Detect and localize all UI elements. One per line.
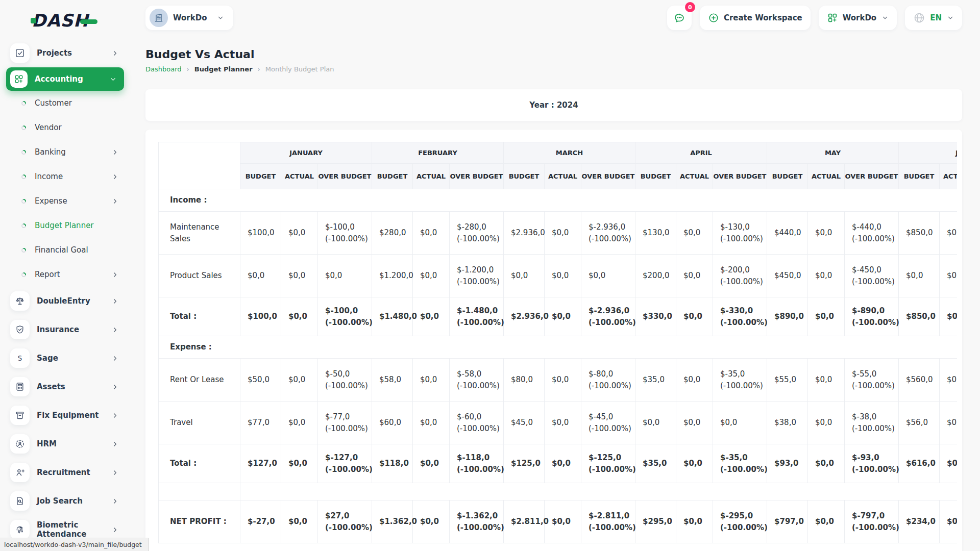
language-code: EN [930, 13, 942, 22]
month-header-february: FEBRUARY [372, 142, 504, 164]
sub-header-march-over-budget: OVER BUDGET [581, 164, 635, 189]
value-cell: $0,0 [281, 500, 318, 543]
workspace-selector[interactable]: WorkDo [145, 6, 233, 30]
value-cell: $-35,0 (-100.00%) [713, 359, 767, 402]
value-cell: $0,0 [635, 402, 676, 444]
value-cell: $0,0 [940, 359, 957, 402]
value-cell: $-55,0 (-100.00%) [845, 359, 899, 402]
value-cell: $200,0 [635, 255, 676, 297]
sidebar-item-customer[interactable]: Customer [0, 91, 130, 115]
sidebar-item-financial-goal[interactable]: Financial Goal [0, 238, 130, 262]
value-cell: $-295,0 (-100.00%) [713, 500, 767, 543]
sidebar-item-accounting[interactable]: Accounting [6, 67, 124, 91]
value-cell: $0,0 [545, 212, 581, 255]
value-cell: $-1.362,0 (-100.00%) [450, 500, 504, 543]
row-label: Rent Or Lease [159, 359, 240, 402]
sidebar-item-budget-planner[interactable]: Budget Planner [0, 213, 130, 238]
sidebar-item-assets[interactable]: Assets [0, 372, 130, 401]
value-cell: $-2.936,0 (-100.00%) [581, 297, 635, 336]
row-label: Total : [159, 444, 240, 483]
sidebar-item-label: Expense [35, 196, 67, 206]
value-cell: $38,0 [767, 402, 808, 444]
budget-table-scroll-area[interactable]: JANUARYFEBRUARYMARCHAPRILMAYJUNEBUDGETAC… [158, 142, 957, 543]
language-dropdown[interactable]: EN [905, 6, 962, 30]
value-cell: $0,0 [545, 500, 581, 543]
table-row-total: Total :$100,0$0,0$-100,0 (-100.00%)$1.48… [159, 297, 958, 336]
breadcrumb-dashboard-link[interactable]: Dashboard [145, 65, 182, 73]
year-label: Year : 2024 [529, 101, 578, 110]
value-cell: $118,0 [372, 444, 413, 483]
value-cell: $27,0 (-100.00%) [318, 500, 372, 543]
sidebar-item-label: Vendor [35, 123, 62, 132]
sub-header-april-budget: BUDGET [635, 164, 676, 189]
page-title: Budget Vs Actual [145, 48, 962, 61]
value-cell: $0,0 [940, 255, 957, 297]
value-cell: $0,0 [676, 444, 713, 483]
plus-circle-icon [708, 12, 719, 23]
breadcrumb-budget-planner[interactable]: Budget Planner [194, 65, 253, 73]
sage-s-icon: S [10, 348, 30, 368]
value-cell: $-60,0 (-100.00%) [450, 402, 504, 444]
chevron-down-icon [947, 14, 954, 21]
value-cell: $35,0 [635, 444, 676, 483]
sidebar-item-fix-equipment[interactable]: Fix Equipment [0, 401, 130, 430]
value-cell: $0,0 [676, 359, 713, 402]
value-cell: $-450,0 (-100.00%) [845, 255, 899, 297]
value-cell: $0,0 [281, 444, 318, 483]
value-cell: $-58,0 (-100.00%) [450, 359, 504, 402]
sidebar-item-label: Budget Planner [35, 221, 94, 230]
sidebar-item-hrm[interactable]: HRM [0, 430, 130, 458]
sidebar-item-projects[interactable]: Projects [0, 39, 130, 67]
value-cell: $50,0 [240, 359, 281, 402]
sidebar-item-income[interactable]: Income [0, 164, 130, 189]
value-cell: $2.811,0 [504, 500, 545, 543]
value-cell: $-100,0 (-100.00%) [318, 212, 372, 255]
value-cell: $0,0 [545, 444, 581, 483]
table-row-total: Total :$127,0$0,0$-127,0 (-100.00%)$118,… [159, 444, 958, 483]
chevron-right-icon [111, 148, 119, 156]
value-cell: $1.480,0 [372, 297, 413, 336]
value-cell: $-2.811,0 (-100.00%) [581, 500, 635, 543]
value-cell: $93,0 [767, 444, 808, 483]
sub-header-january-over-budget: OVER BUDGET [318, 164, 372, 189]
table-row-net-profit: NET PROFIT :$-27,0$0,0$27,0 (-100.00%)$1… [159, 500, 958, 543]
value-cell: $0,0 [240, 255, 281, 297]
sidebar-item-doubleentry[interactable]: DoubleEntry [0, 287, 130, 315]
value-cell: $0,0 [413, 359, 450, 402]
sidebar-item-recruitment[interactable]: Recruitment [0, 458, 130, 487]
value-cell: $0,0 [713, 402, 767, 444]
value-cell: $0,0 [808, 297, 845, 336]
value-cell: $0,0 [676, 402, 713, 444]
sidebar-item-insurance[interactable]: Insurance [0, 315, 130, 344]
value-cell: $1.362,0 [372, 500, 413, 543]
sidebar-item-label: Assets [37, 382, 65, 391]
sidebar-item-banking[interactable]: Banking [0, 140, 130, 164]
value-cell: $-125,0 (-100.00%) [581, 444, 635, 483]
section-label: Income : [159, 189, 958, 212]
sidebar-item-sage[interactable]: SSage [0, 344, 130, 372]
sidebar-item-job-search[interactable]: Job Search [0, 487, 130, 515]
month-header-april: APRIL [635, 142, 767, 164]
app-menu-dropdown[interactable]: WorkDo [819, 6, 897, 30]
globe-icon [913, 12, 925, 24]
value-cell: $-2.936,0 (-100.00%) [581, 212, 635, 255]
sub-header-may-budget: BUDGET [767, 164, 808, 189]
value-cell: $0,0 [676, 297, 713, 336]
fingerprint-icon [10, 520, 30, 539]
value-cell: $-77,0 (-100.00%) [318, 402, 372, 444]
row-label: Maintenance Sales [159, 212, 240, 255]
sidebar-item-label: Customer [35, 98, 72, 108]
create-workspace-button[interactable]: Create Workspace [700, 6, 811, 30]
sidebar-item-expense[interactable]: Expense [0, 189, 130, 213]
section-label: Expense : [159, 336, 958, 359]
sidebar-item-report[interactable]: Report [0, 262, 130, 287]
value-cell: $-80,0 (-100.00%) [581, 359, 635, 402]
chevron-right-icon [111, 355, 119, 362]
calculator-icon [10, 377, 30, 396]
donut-icon [20, 271, 27, 278]
app-logo[interactable]: DASH [32, 9, 130, 32]
messages-button[interactable]: 0 [667, 6, 692, 30]
value-cell: $0,0 [940, 212, 957, 255]
sidebar-item-vendor[interactable]: Vendor [0, 115, 130, 140]
sidebar-nav: ProjectsAccountingCustomerVendorBankingI… [0, 39, 130, 544]
